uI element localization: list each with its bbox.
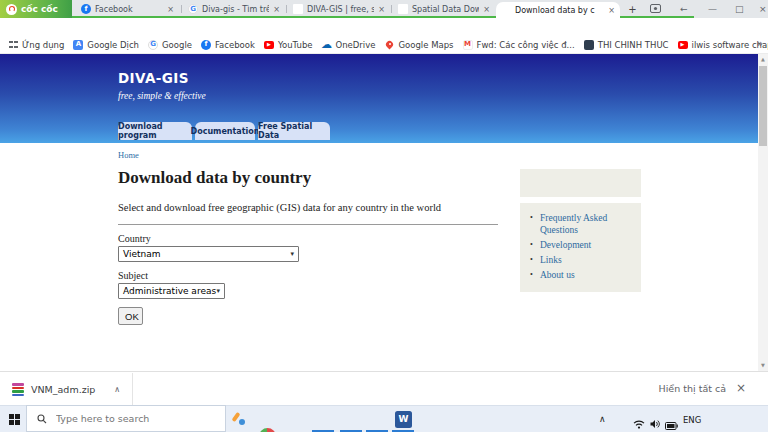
browser-window: cốc cốc f Facebook × G Diva-gis - Tìm tr… [0, 0, 768, 432]
bookmark-gmail-fwd[interactable]: M Fwd: Các công việc đ... [463, 40, 575, 50]
youtube-icon: ▶ [264, 41, 274, 49]
bullet-icon: • [530, 239, 533, 251]
sidebar-link-about-us[interactable]: About us [540, 270, 575, 280]
site-header: DIVA-GIS free, simple & effective Downlo… [0, 54, 758, 143]
tab-label: Diva-gis - Tìm trên G [202, 5, 269, 14]
scroll-up-icon[interactable]: ▲ [758, 56, 768, 62]
tab-close-icon[interactable]: × [378, 5, 385, 14]
brand-name: cốc cốc [21, 4, 58, 14]
divagis-favicon-icon [398, 4, 408, 14]
tab-facebook[interactable]: f Facebook × [76, 2, 179, 16]
onedrive-cloud-icon: ☁ [322, 40, 332, 50]
tab-separator [181, 5, 182, 13]
sidebar-link-faq[interactable]: Frequently Asked Questions [540, 213, 607, 235]
facebook-icon: f [201, 40, 211, 50]
tab-close-icon[interactable]: × [273, 5, 280, 14]
download-bar: VNM_adm.zip ∧ Hiển thị tất cả × [0, 371, 768, 405]
bookmark-youtube[interactable]: ▶ YouTube [264, 40, 313, 50]
windows-start-button[interactable] [9, 414, 20, 425]
bookmark-google-maps[interactable]: Google Maps [384, 40, 453, 50]
new-tab-button[interactable]: + [626, 3, 639, 16]
google-favicon-icon: G [188, 4, 198, 14]
tray-show-hidden-icons[interactable]: ∧ [599, 414, 606, 424]
site-tagline: free, simple & effective [118, 91, 206, 101]
sidebar-link-links[interactable]: Links [540, 255, 562, 265]
ok-button[interactable]: OK [118, 307, 143, 325]
download-item-vnm-adm[interactable]: VNM_adm.zip ∧ [0, 373, 133, 406]
list-item: •Frequently Asked Questions [540, 212, 635, 236]
arrow-left-icon[interactable]: ← [680, 4, 688, 14]
show-all-downloads-link[interactable]: Hiển thị tất cả [659, 383, 726, 394]
taskbar-photos-icon[interactable] [259, 428, 276, 432]
browser-toolbar: ← → ⟳ diva-gis.org/gdata A ☆ ↓ [0, 18, 768, 36]
tab-label: Facebook [95, 5, 163, 14]
scroll-down-icon[interactable]: ▼ [758, 362, 768, 368]
search-icon [37, 414, 47, 424]
country-select[interactable]: Vietnam ▾ [118, 246, 299, 262]
facebook-favicon-icon: f [81, 4, 91, 14]
tab-divagis-home[interactable]: DIVA-GIS | free, simpl × [288, 2, 390, 16]
screen-capture-icon[interactable] [650, 4, 661, 15]
coccoc-logo[interactable]: cốc cốc [0, 0, 72, 18]
speaker-icon[interactable] [650, 414, 661, 432]
taskbar-word-icon[interactable]: W [395, 411, 412, 428]
breadcrumb[interactable]: Home [118, 150, 139, 160]
search-input [54, 412, 198, 425]
page-title: Download data by country [118, 168, 311, 188]
tab-download-data-active[interactable]: Download data by c × [496, 2, 620, 18]
tab-close-icon[interactable]: × [483, 5, 490, 14]
subject-select[interactable]: Administrative areas ▾ [118, 283, 225, 299]
tray-language-indicator[interactable]: ENG [683, 415, 701, 425]
site-title: DIVA-GIS [118, 70, 189, 86]
window-close-button[interactable]: × [759, 4, 767, 14]
apps-grid-icon [8, 40, 18, 50]
tab-strip: cốc cốc f Facebook × G Diva-gis - Tìm tr… [0, 0, 768, 18]
nav-tab-download-program[interactable]: Download program [118, 122, 192, 140]
subject-label: Subject [118, 270, 148, 281]
download-item-menu-icon[interactable]: ∧ [114, 385, 120, 394]
chevron-down-icon: ▾ [290, 250, 294, 258]
page-intro: Select and download free geographic (GIS… [118, 202, 441, 213]
sidebar-link-development[interactable]: Development [540, 240, 591, 250]
bookmark-ilwis[interactable]: ▶ ilwis software chapte... [678, 40, 768, 50]
bookmark-google-translate[interactable]: A Google Dịch [73, 40, 139, 50]
bullet-icon: • [530, 254, 533, 266]
nav-tab-documentation[interactable]: Documentation [195, 122, 255, 140]
bookmark-onedrive[interactable]: ☁ OneDrive [322, 40, 376, 50]
download-bar-close-icon[interactable]: × [736, 381, 746, 395]
list-item: •About us [540, 269, 635, 281]
window-maximize-button[interactable]: □ [735, 4, 744, 14]
youtube-icon: ▶ [678, 41, 688, 49]
gmail-icon: M [463, 40, 473, 50]
bookmark-facebook[interactable]: f Facebook [201, 40, 255, 50]
tab-close-icon[interactable]: × [608, 6, 615, 15]
divider [118, 224, 498, 225]
bookmarks-overflow-chevron[interactable]: » [757, 38, 763, 49]
tab-separator [286, 5, 287, 13]
tab-diva-search[interactable]: G Diva-gis - Tìm trên G × [183, 2, 285, 16]
bookmark-google[interactable]: G Google [148, 40, 192, 50]
tab-close-icon[interactable]: × [167, 5, 174, 14]
window-minimize-button[interactable]: — [708, 4, 717, 14]
list-item: •Development [540, 239, 635, 251]
map-pin-icon [384, 40, 394, 50]
winrar-archive-icon [12, 383, 24, 396]
bullet-icon: • [530, 269, 533, 281]
sidebar-empty-box [520, 169, 641, 197]
tab-spatial-data[interactable]: Spatial Data Downlo × [393, 2, 495, 16]
scrollbar-thumb[interactable] [759, 66, 767, 146]
list-item: •Links [540, 254, 635, 266]
battery-icon[interactable] [665, 415, 678, 432]
bookmark-apps[interactable]: Ứng dụng [8, 40, 64, 50]
taskbar-paint3d-icon[interactable] [231, 411, 248, 428]
taskbar: W ∧ V ENG 2:35 SA 17/09/2021 1 [0, 405, 768, 432]
nav-tab-free-spatial-data[interactable]: Free Spatial Data [258, 122, 330, 140]
chevron-down-icon: ▾ [216, 287, 220, 295]
tab-separator [391, 5, 392, 13]
bookmarks-bar: Ứng dụng A Google Dịch G Google f Facebo… [0, 36, 768, 54]
network-icon[interactable] [633, 414, 645, 432]
taskbar-search[interactable] [26, 405, 226, 432]
bookmark-thi-chinh-thuc[interactable]: THI CHINH THUC [584, 40, 669, 50]
document-thumbnail-icon [584, 40, 594, 50]
tab-label: Download data by c [515, 6, 604, 15]
